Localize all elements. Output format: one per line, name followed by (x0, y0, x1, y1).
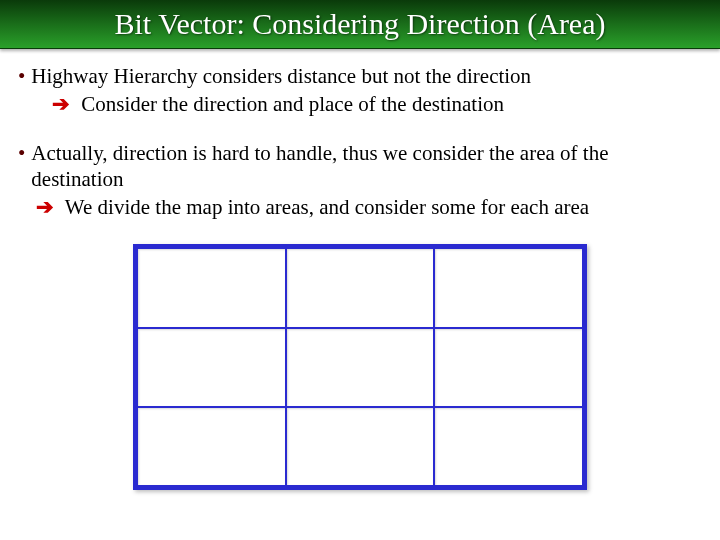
bullet-1-sub: ➔ Consider the direction and place of th… (18, 91, 702, 117)
bullet-1: • Highway Hierarchy considers distance b… (18, 63, 702, 89)
bullet-dot-icon: • (18, 63, 25, 89)
bullet-2-sub-text: We divide the map into areas, and consid… (60, 195, 589, 219)
bullet-1-sub-text: Consider the direction and place of the … (76, 92, 504, 116)
bullet-1-text: Highway Hierarchy considers distance but… (31, 63, 531, 89)
bullet-dot-icon: • (18, 140, 25, 193)
slide-title: Bit Vector: Considering Direction (Area) (115, 7, 606, 41)
area-grid (133, 244, 587, 490)
arrow-right-icon: ➔ (52, 92, 70, 116)
arrow-right-icon: ➔ (36, 195, 54, 219)
bullet-2-sub: ➔ We divide the map into areas, and cons… (18, 194, 702, 220)
bullet-2-text: Actually, direction is hard to handle, t… (31, 140, 702, 193)
bullet-2: • Actually, direction is hard to handle,… (18, 140, 702, 193)
title-bar: Bit Vector: Considering Direction (Area) (0, 0, 720, 49)
slide-body: • Highway Hierarchy considers distance b… (0, 49, 720, 490)
